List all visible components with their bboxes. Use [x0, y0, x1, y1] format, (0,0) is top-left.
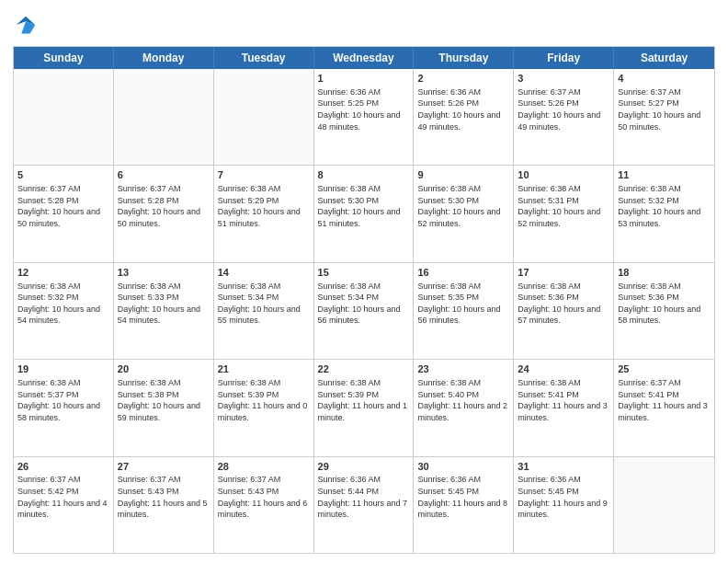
day-info: Sunrise: 6:38 AMSunset: 5:30 PMDaylight:… — [318, 183, 410, 229]
day-number: 11 — [618, 168, 711, 182]
day-number: 4 — [618, 72, 711, 86]
day-number: 8 — [318, 168, 410, 182]
day-number: 15 — [318, 266, 410, 280]
day-cell-10: 10Sunrise: 6:38 AMSunset: 5:31 PMDayligh… — [514, 166, 614, 261]
header-day-monday: Monday — [114, 47, 214, 69]
day-number: 18 — [618, 266, 711, 280]
header-day-wednesday: Wednesday — [314, 47, 415, 69]
day-info: Sunrise: 6:37 AMSunset: 5:42 PMDaylight:… — [17, 474, 109, 520]
week-row-5: 26Sunrise: 6:37 AMSunset: 5:42 PMDayligh… — [14, 457, 714, 553]
day-number: 26 — [17, 460, 109, 474]
day-info: Sunrise: 6:36 AMSunset: 5:45 PMDaylight:… — [518, 474, 609, 520]
day-info: Sunrise: 6:37 AMSunset: 5:41 PMDaylight:… — [618, 377, 711, 423]
day-number: 22 — [318, 362, 410, 376]
week-row-2: 5Sunrise: 6:37 AMSunset: 5:28 PMDaylight… — [14, 166, 714, 262]
day-info: Sunrise: 6:36 AMSunset: 5:25 PMDaylight:… — [318, 86, 410, 132]
day-cell-25: 25Sunrise: 6:37 AMSunset: 5:41 PMDayligh… — [614, 360, 714, 455]
day-info: Sunrise: 6:37 AMSunset: 5:28 PMDaylight:… — [118, 183, 210, 229]
day-info: Sunrise: 6:37 AMSunset: 5:43 PMDaylight:… — [118, 474, 210, 520]
day-info: Sunrise: 6:38 AMSunset: 5:36 PMDaylight:… — [618, 281, 711, 327]
day-number: 28 — [218, 460, 310, 474]
day-number: 14 — [218, 266, 310, 280]
day-cell-4: 4Sunrise: 6:37 AMSunset: 5:27 PMDaylight… — [614, 69, 714, 165]
day-number: 3 — [518, 72, 609, 86]
day-cell-17: 17Sunrise: 6:38 AMSunset: 5:36 PMDayligh… — [514, 263, 614, 359]
day-info: Sunrise: 6:38 AMSunset: 5:38 PMDaylight:… — [118, 377, 210, 423]
day-cell-19: 19Sunrise: 6:38 AMSunset: 5:37 PMDayligh… — [14, 360, 114, 455]
day-info: Sunrise: 6:38 AMSunset: 5:31 PMDaylight:… — [518, 183, 609, 229]
header-day-sunday: Sunday — [14, 47, 114, 69]
day-info: Sunrise: 6:38 AMSunset: 5:32 PMDaylight:… — [17, 281, 109, 327]
logo-icon — [13, 13, 39, 39]
header-day-friday: Friday — [514, 47, 614, 69]
day-info: Sunrise: 6:38 AMSunset: 5:29 PMDaylight:… — [218, 183, 310, 229]
day-info: Sunrise: 6:38 AMSunset: 5:36 PMDaylight:… — [518, 281, 609, 327]
day-info: Sunrise: 6:38 AMSunset: 5:33 PMDaylight:… — [118, 281, 210, 327]
day-cell-13: 13Sunrise: 6:38 AMSunset: 5:33 PMDayligh… — [114, 263, 214, 359]
day-cell-7: 7Sunrise: 6:38 AMSunset: 5:29 PMDaylight… — [214, 166, 314, 261]
header-day-saturday: Saturday — [614, 47, 714, 69]
week-row-3: 12Sunrise: 6:38 AMSunset: 5:32 PMDayligh… — [14, 263, 714, 360]
week-row-1: 1Sunrise: 6:36 AMSunset: 5:25 PMDaylight… — [14, 69, 714, 166]
day-info: Sunrise: 6:37 AMSunset: 5:26 PMDaylight:… — [518, 86, 609, 132]
day-cell-27: 27Sunrise: 6:37 AMSunset: 5:43 PMDayligh… — [114, 457, 214, 553]
day-cell-26: 26Sunrise: 6:37 AMSunset: 5:42 PMDayligh… — [14, 457, 114, 553]
day-number: 24 — [518, 362, 609, 376]
day-info: Sunrise: 6:38 AMSunset: 5:37 PMDaylight:… — [17, 377, 109, 423]
day-cell-28: 28Sunrise: 6:37 AMSunset: 5:43 PMDayligh… — [214, 457, 314, 553]
day-info: Sunrise: 6:36 AMSunset: 5:26 PMDaylight:… — [417, 86, 509, 132]
day-cell-9: 9Sunrise: 6:38 AMSunset: 5:30 PMDaylight… — [414, 166, 514, 261]
day-number: 10 — [518, 168, 609, 182]
calendar: SundayMondayTuesdayWednesdayThursdayFrid… — [13, 46, 715, 554]
day-cell-22: 22Sunrise: 6:38 AMSunset: 5:39 PMDayligh… — [314, 360, 415, 455]
day-cell-29: 29Sunrise: 6:36 AMSunset: 5:44 PMDayligh… — [314, 457, 415, 553]
day-cell-21: 21Sunrise: 6:38 AMSunset: 5:39 PMDayligh… — [214, 360, 314, 455]
day-cell-31: 31Sunrise: 6:36 AMSunset: 5:45 PMDayligh… — [514, 457, 614, 553]
day-cell-6: 6Sunrise: 6:37 AMSunset: 5:28 PMDaylight… — [114, 166, 214, 261]
day-info: Sunrise: 6:38 AMSunset: 5:35 PMDaylight:… — [417, 281, 509, 327]
day-cell-2: 2Sunrise: 6:36 AMSunset: 5:26 PMDaylight… — [414, 69, 514, 165]
day-info: Sunrise: 6:38 AMSunset: 5:34 PMDaylight:… — [318, 281, 410, 327]
day-info: Sunrise: 6:36 AMSunset: 5:44 PMDaylight:… — [318, 474, 410, 520]
header-day-thursday: Thursday — [414, 47, 514, 69]
day-cell-20: 20Sunrise: 6:38 AMSunset: 5:38 PMDayligh… — [114, 360, 214, 455]
day-number: 1 — [318, 72, 410, 86]
day-info: Sunrise: 6:38 AMSunset: 5:39 PMDaylight:… — [318, 377, 410, 423]
day-number: 6 — [118, 168, 210, 182]
day-info: Sunrise: 6:38 AMSunset: 5:41 PMDaylight:… — [518, 377, 609, 423]
empty-cell — [114, 69, 214, 165]
day-number: 27 — [118, 460, 210, 474]
day-number: 7 — [218, 168, 310, 182]
day-number: 23 — [417, 362, 509, 376]
calendar-body: 1Sunrise: 6:36 AMSunset: 5:25 PMDaylight… — [14, 69, 714, 553]
empty-cell — [214, 69, 314, 165]
day-cell-3: 3Sunrise: 6:37 AMSunset: 5:26 PMDaylight… — [514, 69, 614, 165]
day-number: 21 — [218, 362, 310, 376]
day-number: 30 — [417, 460, 509, 474]
header-day-tuesday: Tuesday — [214, 47, 314, 69]
day-info: Sunrise: 6:38 AMSunset: 5:40 PMDaylight:… — [417, 377, 509, 423]
day-number: 20 — [118, 362, 210, 376]
day-cell-12: 12Sunrise: 6:38 AMSunset: 5:32 PMDayligh… — [14, 263, 114, 359]
day-info: Sunrise: 6:37 AMSunset: 5:43 PMDaylight:… — [218, 474, 310, 520]
day-cell-16: 16Sunrise: 6:38 AMSunset: 5:35 PMDayligh… — [414, 263, 514, 359]
day-number: 13 — [118, 266, 210, 280]
day-info: Sunrise: 6:38 AMSunset: 5:30 PMDaylight:… — [417, 183, 509, 229]
page: SundayMondayTuesdayWednesdayThursdayFrid… — [0, 0, 728, 563]
day-number: 19 — [17, 362, 109, 376]
header — [13, 9, 715, 39]
day-info: Sunrise: 6:38 AMSunset: 5:34 PMDaylight:… — [218, 281, 310, 327]
day-cell-23: 23Sunrise: 6:38 AMSunset: 5:40 PMDayligh… — [414, 360, 514, 455]
day-cell-5: 5Sunrise: 6:37 AMSunset: 5:28 PMDaylight… — [14, 166, 114, 261]
day-info: Sunrise: 6:38 AMSunset: 5:32 PMDaylight:… — [618, 183, 711, 229]
day-cell-11: 11Sunrise: 6:38 AMSunset: 5:32 PMDayligh… — [614, 166, 714, 261]
day-info: Sunrise: 6:37 AMSunset: 5:27 PMDaylight:… — [618, 86, 711, 132]
day-cell-24: 24Sunrise: 6:38 AMSunset: 5:41 PMDayligh… — [514, 360, 614, 455]
calendar-header: SundayMondayTuesdayWednesdayThursdayFrid… — [14, 47, 714, 69]
day-number: 31 — [518, 460, 609, 474]
day-info: Sunrise: 6:36 AMSunset: 5:45 PMDaylight:… — [417, 474, 509, 520]
day-cell-1: 1Sunrise: 6:36 AMSunset: 5:25 PMDaylight… — [314, 69, 415, 165]
day-number: 29 — [318, 460, 410, 474]
empty-cell — [614, 457, 714, 553]
day-number: 25 — [618, 362, 711, 376]
